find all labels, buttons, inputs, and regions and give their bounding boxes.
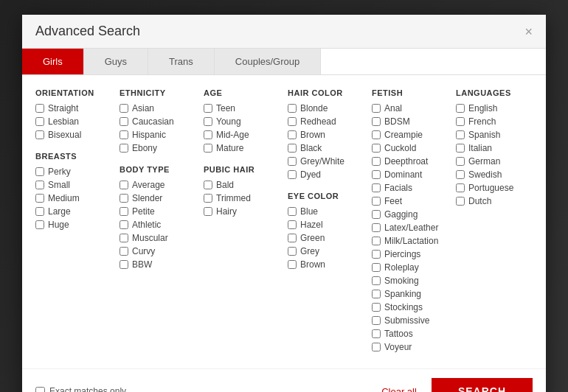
checkbox-hispanic[interactable]	[120, 130, 128, 139]
checkbox-green[interactable]	[288, 234, 297, 242]
list-item: Brown	[288, 259, 364, 270]
modal-title: Advanced Search	[35, 24, 140, 39]
checkbox-grey-white[interactable]	[288, 157, 297, 166]
list-item: Perky	[35, 167, 112, 177]
checkbox-straight[interactable]	[35, 104, 44, 113]
list-item: Average	[120, 180, 196, 190]
checkbox-roleplay[interactable]	[372, 263, 381, 272]
checkbox-dyed[interactable]	[288, 170, 297, 179]
list-item: Facials	[372, 183, 448, 193]
tab-trans[interactable]: Trans	[148, 49, 215, 74]
checkbox-spanking[interactable]	[372, 290, 381, 298]
checkbox-hairy[interactable]	[204, 207, 212, 216]
list-item: Piercings	[372, 249, 448, 259]
checkbox-black-hair[interactable]	[288, 144, 297, 153]
tab-girls[interactable]: Girls	[22, 49, 84, 74]
exact-matches-checkbox[interactable]	[35, 387, 45, 393]
checkbox-gagging[interactable]	[372, 210, 381, 219]
checkbox-large[interactable]	[35, 207, 44, 216]
checkbox-submissive[interactable]	[372, 316, 381, 325]
close-button[interactable]: ×	[524, 25, 533, 38]
checkbox-small[interactable]	[35, 181, 44, 189]
checkbox-blonde[interactable]	[288, 104, 297, 113]
list-item: Swedish	[456, 169, 533, 180]
checkbox-brown-hair[interactable]	[288, 130, 297, 139]
checkbox-voyeur[interactable]	[372, 343, 381, 351]
list-item: Submissive	[372, 315, 448, 326]
checkbox-swedish[interactable]	[456, 170, 465, 179]
list-item: Italian	[456, 143, 533, 153]
checkbox-mature[interactable]	[204, 144, 212, 153]
list-item: Gagging	[372, 209, 448, 220]
list-item: Mid-Age	[204, 130, 280, 140]
checkbox-feet[interactable]	[372, 197, 381, 206]
checkbox-tattoos[interactable]	[372, 329, 381, 338]
checkbox-anal[interactable]	[372, 104, 381, 113]
checkbox-german[interactable]	[456, 157, 465, 166]
checkbox-piercings[interactable]	[372, 250, 381, 259]
hair-color-title: HAIR COLOR	[288, 88, 364, 97]
checkbox-english[interactable]	[456, 104, 465, 113]
checkbox-dutch[interactable]	[456, 197, 465, 206]
checkbox-huge[interactable]	[35, 220, 44, 229]
checkbox-asian[interactable]	[120, 104, 128, 113]
col-age-pubichair: AGE Teen Young Mid-Age Mature PUBIC HAIR…	[204, 88, 280, 355]
checkbox-bbw[interactable]	[120, 260, 128, 269]
checkbox-muscular[interactable]	[120, 234, 128, 242]
checkbox-grey-eye[interactable]	[288, 247, 297, 256]
checkbox-perky[interactable]	[35, 167, 44, 176]
list-item: Bald	[204, 180, 280, 190]
checkbox-lesbian[interactable]	[35, 117, 44, 126]
list-item: Brown	[288, 130, 364, 140]
list-item: Feet	[372, 196, 448, 206]
checkbox-brown-eye[interactable]	[288, 260, 297, 269]
checkbox-petite[interactable]	[120, 207, 128, 216]
checkbox-italian[interactable]	[456, 144, 465, 153]
tab-couples[interactable]: Couples/Group	[215, 49, 321, 74]
col-orientation-breasts: ORIENTATION Straight Lesbian Bisexual BR…	[35, 88, 112, 355]
list-item: Milk/Lactation	[372, 236, 448, 246]
checkbox-bisexual[interactable]	[35, 130, 44, 139]
checkbox-average[interactable]	[120, 181, 128, 189]
ethnicity-title: ETHNICITY	[120, 88, 196, 97]
checkbox-portuguese[interactable]	[456, 183, 465, 192]
checkbox-ebony[interactable]	[120, 144, 128, 153]
checkbox-athletic[interactable]	[120, 220, 128, 229]
list-item: Lesbian	[35, 116, 112, 127]
checkbox-caucasian[interactable]	[120, 117, 128, 126]
orientation-title: ORIENTATION	[35, 88, 112, 97]
list-item: Dutch	[456, 196, 533, 206]
checkbox-slender[interactable]	[120, 194, 128, 203]
checkbox-bald[interactable]	[204, 181, 212, 189]
tab-guys[interactable]: Guys	[84, 49, 148, 74]
checkbox-hazel[interactable]	[288, 220, 297, 229]
checkbox-facials[interactable]	[372, 183, 381, 192]
list-item: Ebony	[120, 143, 196, 153]
checkbox-mid-age[interactable]	[204, 130, 212, 139]
checkbox-creampie[interactable]	[372, 130, 381, 139]
checkbox-curvy[interactable]	[120, 247, 128, 256]
checkbox-stockings[interactable]	[372, 303, 381, 312]
checkbox-redhead[interactable]	[288, 117, 297, 126]
checkbox-bdsm[interactable]	[372, 117, 381, 126]
clear-all-button[interactable]: Clear all	[381, 386, 417, 393]
list-item: Tattoos	[372, 329, 448, 339]
checkbox-trimmed[interactable]	[204, 194, 212, 203]
checkbox-medium[interactable]	[35, 194, 44, 203]
checkbox-smoking[interactable]	[372, 276, 381, 285]
checkbox-latex-leather[interactable]	[372, 223, 381, 232]
checkbox-blue[interactable]	[288, 207, 297, 216]
checkbox-spanish[interactable]	[456, 130, 465, 139]
filters-grid: ORIENTATION Straight Lesbian Bisexual BR…	[35, 88, 533, 355]
checkbox-cuckold[interactable]	[372, 144, 381, 153]
checkbox-young[interactable]	[204, 117, 212, 126]
search-button[interactable]: SEARCH	[432, 378, 533, 392]
checkbox-milk-lactation[interactable]	[372, 237, 381, 245]
checkbox-french[interactable]	[456, 117, 465, 126]
checkbox-teen[interactable]	[204, 104, 212, 113]
checkbox-dominant[interactable]	[372, 170, 381, 179]
col-languages: LANGUAGES English French Spanish Italian…	[456, 88, 533, 355]
list-item: Slender	[120, 193, 196, 203]
checkbox-deepthroat[interactable]	[372, 157, 381, 166]
list-item: Black	[288, 143, 364, 153]
